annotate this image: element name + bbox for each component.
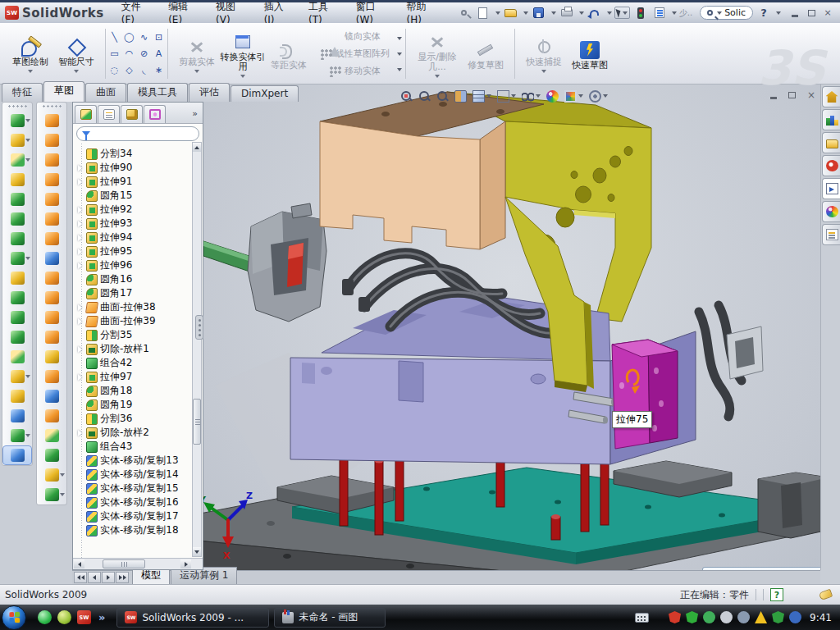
restore-button[interactable] [806,7,817,18]
start-button[interactable] [2,605,26,630]
ribbon-tab[interactable]: DimXpert [231,85,299,102]
offset-entities-button[interactable]: 等距实体 [266,38,312,71]
shield-plus-icon[interactable] [772,611,784,623]
network-icon[interactable] [737,611,750,623]
surface-curves-icon[interactable] [37,485,66,504]
lofted-surface-icon[interactable] [37,170,66,189]
sketch-button[interactable]: 草图绘制 [7,34,53,73]
scroll-down-arrow[interactable] [193,547,201,556]
expand-arrow-icon[interactable] [77,235,84,241]
planar-surface-icon[interactable] [37,229,66,249]
volume-icon[interactable] [720,611,733,623]
tree-item[interactable]: 圆角17 [76,286,203,300]
taskbar-clock[interactable]: 9:41 [810,612,832,623]
convert-entities-button[interactable]: 转换实体引用 [220,30,266,78]
chamfer-icon[interactable] [2,209,32,229]
expand-arrow-icon[interactable] [77,500,84,506]
extend-surface-icon[interactable] [37,288,66,308]
tree-item[interactable]: 分割36 [76,412,203,426]
help-button[interactable]: ? [756,6,772,21]
scroll-thumb[interactable] [193,399,201,445]
swept-boss-icon[interactable] [2,170,32,189]
filled-surface-icon[interactable] [37,209,66,229]
expand-arrow-icon[interactable] [77,388,84,395]
task-button-paint[interactable]: 未命名 - 画图 [274,608,386,628]
expand-arrow-icon[interactable] [77,374,84,381]
pin-toolbar-button[interactable] [456,6,472,21]
file-explorer-tab[interactable] [822,132,840,153]
blocked-icon[interactable] [789,611,801,623]
tree-horizontal-scrollbar[interactable] [73,558,203,569]
sketch-entity-button[interactable]: A [152,46,166,62]
expand-arrow-icon[interactable] [77,527,84,534]
rapid-sketch-button[interactable]: 快速草图 [567,38,613,71]
trim-surface-icon[interactable] [37,347,66,367]
ribbon-tab[interactable]: 评估 [189,83,230,102]
expand-arrow-icon[interactable] [77,290,84,297]
custom-properties-tab[interactable] [822,224,840,245]
search-box[interactable]: Solic [700,6,753,20]
expand-arrow-icon[interactable] [77,193,84,199]
tree-item[interactable]: 拉伸97 [76,370,203,384]
3d-model-view[interactable]: Y Z X [203,84,820,570]
sketch-entity-button[interactable]: ◠ [122,46,136,62]
thicken-icon[interactable] [37,406,66,426]
combine-icon[interactable] [2,288,32,308]
tree-item[interactable]: 拉伸95 [76,244,203,258]
task-button-solidworks[interactable]: SW SolidWorks 2009 - ... [116,608,269,628]
reference-geometry-icon[interactable] [2,367,32,386]
graphics-viewport[interactable]: Y Z X [203,84,820,570]
extruded-boss-icon[interactable] [2,111,32,130]
select-tool-button[interactable] [614,7,630,19]
zoom-fit-icon[interactable] [399,88,414,104]
expand-arrow-icon[interactable] [77,416,84,422]
search-input[interactable]: Solic [724,7,746,18]
tree-vertical-scrollbar[interactable] [192,142,202,557]
tree-item[interactable]: 分割34 [76,147,203,161]
expand-arrow-icon[interactable] [77,304,84,311]
revolved-boss-icon[interactable] [2,189,32,209]
sketch-entity-button[interactable]: ⊡ [152,30,166,45]
expand-arrow-icon[interactable] [77,430,84,436]
expand-arrow-icon[interactable] [77,360,84,367]
quick-launch-chevron[interactable]: » [98,611,105,623]
doc-close-button[interactable]: × [807,89,815,101]
tree-item[interactable]: 组合42 [76,356,203,370]
tree-filter-input[interactable] [76,126,199,141]
expand-arrow-icon[interactable] [77,207,84,213]
view-palette-tab[interactable] [822,178,840,199]
antivirus-shield-icon[interactable] [669,611,681,623]
tree-item[interactable]: 拉伸94 [76,231,203,244]
mirror-entities-button[interactable]: 镜向实体 [329,30,381,44]
view-orientation-icon[interactable] [471,88,493,104]
tree-item[interactable]: 实体-移动/复制14 [76,468,203,482]
quick-launch-browser-icon[interactable] [38,610,52,624]
solidworks-resources-tab[interactable] [822,86,840,107]
fillet-icon[interactable] [2,150,32,170]
expand-arrow-icon[interactable] [77,179,84,185]
extruded-surface-icon[interactable] [37,111,66,130]
warning-icon[interactable] [755,611,767,623]
quick-launch-solidworks-icon[interactable]: SW [77,610,91,624]
surface-fillet-icon[interactable] [37,426,66,445]
badge-icon[interactable] [703,611,715,623]
tree-item[interactable]: 实体-移动/复制16 [76,495,203,509]
save-button[interactable] [531,6,547,21]
trim-entities-button[interactable]: 剪裁实体 [174,34,220,73]
sketch-entity-button[interactable]: ╲ [107,30,121,45]
join-icon[interactable] [2,327,32,347]
quick-launch-tool-icon[interactable] [57,610,71,624]
tree-item[interactable]: 拉伸92 [76,203,203,217]
quick-snaps-button[interactable]: 快速捕捉 [521,34,567,73]
tree-item[interactable]: 切除-放样2 [76,426,203,440]
tree-item[interactable]: 实体-移动/复制18 [76,523,203,537]
tree-item[interactable]: 拉伸90 [76,161,203,175]
print-button[interactable] [559,6,575,21]
untrim-surface-icon[interactable] [37,367,66,386]
tree-item[interactable]: 圆角18 [76,384,203,398]
previous-view-icon[interactable] [435,88,450,104]
tree-item[interactable]: 圆角19 [76,398,203,412]
hide-show-items-icon[interactable] [520,88,542,104]
tree-item[interactable]: 圆角15 [76,189,203,203]
ribbon-tab[interactable]: 曲面 [85,83,126,102]
